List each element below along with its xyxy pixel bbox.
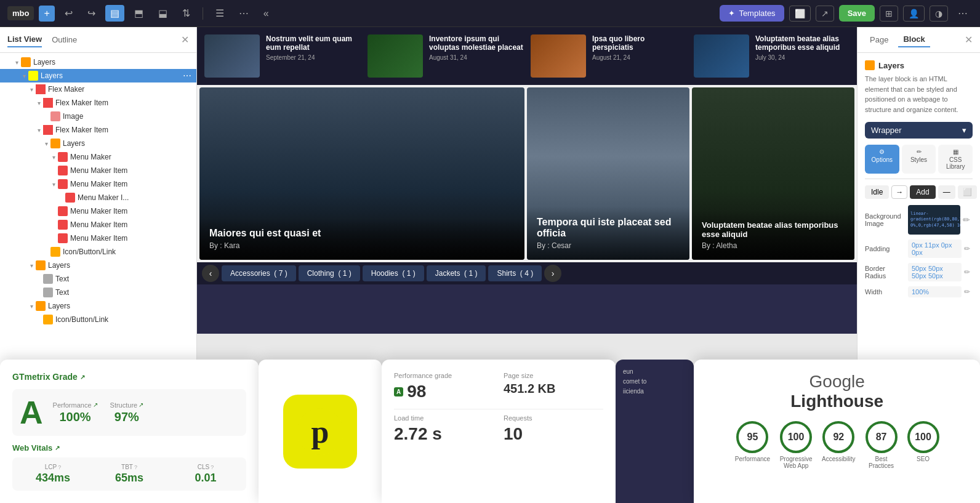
collapse-button[interactable]: « xyxy=(259,6,274,22)
tab-styles-label: Styles xyxy=(910,156,927,163)
layer-item[interactable]: Menu Maker Item xyxy=(0,164,196,177)
layer-item[interactable]: ▾ Layers xyxy=(0,55,196,69)
layer-item[interactable]: Text xyxy=(0,286,196,299)
layer-item[interactable]: ▾ Layers xyxy=(0,299,196,313)
lh-score-pwa: 100 Progressive Web App xyxy=(777,421,814,469)
width-edit-button[interactable]: ✏ xyxy=(962,286,973,297)
layer-item[interactable]: Menu Maker Item xyxy=(0,231,196,245)
layer-item[interactable]: Menu Maker Item xyxy=(0,218,196,231)
prev-arrow[interactable]: ‹ xyxy=(202,265,219,282)
structure-metric: Structure ↗ 97% xyxy=(110,401,144,424)
state-arrow-button[interactable]: → xyxy=(891,185,907,199)
info-icon: ? xyxy=(58,464,61,470)
save-button[interactable]: Save xyxy=(839,5,875,22)
layer-item[interactable]: ▾ Flex Maker Item xyxy=(0,96,196,110)
tab-styles[interactable]: ✏ Styles xyxy=(902,145,936,174)
layer-menu-icon[interactable]: ⋯ xyxy=(183,71,191,81)
tbt-value: 65ms xyxy=(95,472,164,485)
arrows-button[interactable]: ⇅ xyxy=(177,5,195,22)
layers2-button[interactable]: ⬓ xyxy=(153,5,172,22)
tab-block[interactable]: Block xyxy=(898,32,930,47)
blog-card-title: Nostrum velit eum quam eum repellat xyxy=(266,34,360,52)
category-clothing[interactable]: Clothing ( 1 ) xyxy=(299,265,360,281)
border-radius-edit-button[interactable]: ✏ xyxy=(962,267,973,278)
toggle-icon xyxy=(57,193,65,202)
blog-header: Nostrum velit eum quam eum repellat Sept… xyxy=(197,27,857,85)
pulseo-logo-svg: p xyxy=(295,407,345,456)
layer-item[interactable]: ▾ Layers xyxy=(0,137,196,150)
layers-button[interactable]: ⬒ xyxy=(129,5,148,22)
layer-item[interactable]: Icon/Button/Link xyxy=(0,245,196,259)
layer-item[interactable]: ▾ Flex Maker xyxy=(0,82,196,96)
hero-title: Tempora qui iste placeat sed officia xyxy=(537,217,680,239)
layer-item[interactable]: Menu Maker I... xyxy=(0,191,196,204)
layer-item-selected[interactable]: ▾ Layers ⋯ xyxy=(0,69,196,82)
redo-button[interactable]: ↪ xyxy=(82,5,100,22)
ps-grade-row: Performance grade A 98 Page size 451.2 K… xyxy=(394,372,603,401)
gtmetrix-arrow-icon: ↗ xyxy=(80,374,85,380)
category-hoodies[interactable]: Hoodies ( 1 ) xyxy=(363,265,424,281)
dash-state-button[interactable]: — xyxy=(938,185,955,199)
toggle-icon xyxy=(42,112,50,121)
grid-icon[interactable]: ⊞ xyxy=(880,6,898,22)
tab-css-library[interactable]: ▦ CSS Library xyxy=(938,145,973,174)
bg-image-edit-button[interactable]: ✏ xyxy=(960,212,973,227)
layer-item[interactable]: Image xyxy=(0,110,196,123)
desktop-icon[interactable]: ⬜ xyxy=(789,6,811,22)
layer-item[interactable]: Menu Maker Item xyxy=(0,204,196,218)
layer-name: Flex Maker xyxy=(48,85,191,94)
width-value: 100% xyxy=(908,286,962,297)
toggle-icon: ▾ xyxy=(49,180,58,188)
menu-button[interactable]: ☰ xyxy=(211,5,229,22)
category-accessories[interactable]: Accessories ( 7 ) xyxy=(222,265,296,281)
tab-options[interactable]: ⚙ Options xyxy=(865,145,899,174)
next-arrow[interactable]: › xyxy=(544,265,561,282)
panel-close-button[interactable]: ✕ xyxy=(181,34,189,46)
layers-icon xyxy=(28,71,38,81)
layer-item[interactable]: Icon/Button/Link xyxy=(0,313,196,326)
tab-outline[interactable]: Outline xyxy=(52,33,77,47)
lh-scores: 95 Performance 100 Progressive Web App 9… xyxy=(706,421,968,469)
layer-name: Layers xyxy=(63,139,191,148)
padding-edit-button[interactable]: ✏ xyxy=(962,243,973,254)
grade-value: A xyxy=(20,396,43,429)
perf-grade-badge: A xyxy=(394,387,403,396)
more2-button[interactable]: ⋯ xyxy=(953,5,973,22)
blog-card-date: August 31, 24 xyxy=(429,54,523,61)
layer-item[interactable]: ▾ Flex Maker Item xyxy=(0,123,196,137)
theme-icon[interactable]: ◑ xyxy=(930,6,948,22)
blog-thumbnail xyxy=(367,34,423,78)
category-jackets[interactable]: Jackets ( 1 ) xyxy=(427,265,486,281)
layer-item[interactable]: ▾ Menu Maker Item xyxy=(0,177,196,191)
performance-overlay: GTmetrix Grade ↗ A Performance ↗ 100% St… xyxy=(0,360,980,503)
idle-state-button[interactable]: Idle xyxy=(865,185,889,199)
menu-icon xyxy=(58,220,68,230)
undo-button[interactable]: ↩ xyxy=(60,5,78,22)
tab-listview[interactable]: List View xyxy=(7,32,42,47)
bg-image-preview: linear-gradient(rgb(80,80,7),0,0) 0%,0,r… xyxy=(908,205,960,235)
user-icon[interactable]: 👤 xyxy=(903,6,925,22)
web-vitals-grid: LCP ? 434ms TBT ? 65ms CLS ? 0.01 xyxy=(12,457,246,491)
layer-item[interactable]: Text xyxy=(0,272,196,286)
blog-thumbnail xyxy=(531,34,586,78)
lh-google-text: Google xyxy=(809,372,865,391)
lh-label-best-practices: Best Practices xyxy=(863,456,900,469)
wrapper-dropdown[interactable]: Wrapper ▾ xyxy=(865,122,973,139)
category-shirts[interactable]: Shirts ( 4 ) xyxy=(488,265,542,281)
up-icon: ↗ xyxy=(139,401,143,408)
tab-page[interactable]: Page xyxy=(865,33,893,47)
performance-label: Performance ↗ xyxy=(53,401,98,409)
more-button[interactable]: ⋯ xyxy=(234,5,254,22)
layer-item[interactable]: ▾ Menu Maker xyxy=(0,150,196,164)
monitor-state-button[interactable]: ⬜ xyxy=(958,185,977,199)
layout-button[interactable]: ▤ xyxy=(105,5,124,22)
share-icon[interactable]: ↗ xyxy=(816,6,834,22)
border-radius-value: 50px 50px 50px 50px xyxy=(908,263,962,281)
text-icon xyxy=(43,274,53,284)
layer-name: Menu Maker Item xyxy=(70,220,191,229)
add-button[interactable]: + xyxy=(39,6,54,22)
templates-button[interactable]: ✦ Templates xyxy=(720,5,784,22)
add-state-button[interactable]: Add xyxy=(910,185,935,199)
right-panel-close[interactable]: ✕ xyxy=(965,34,973,46)
layer-item[interactable]: ▾ Layers xyxy=(0,259,196,272)
